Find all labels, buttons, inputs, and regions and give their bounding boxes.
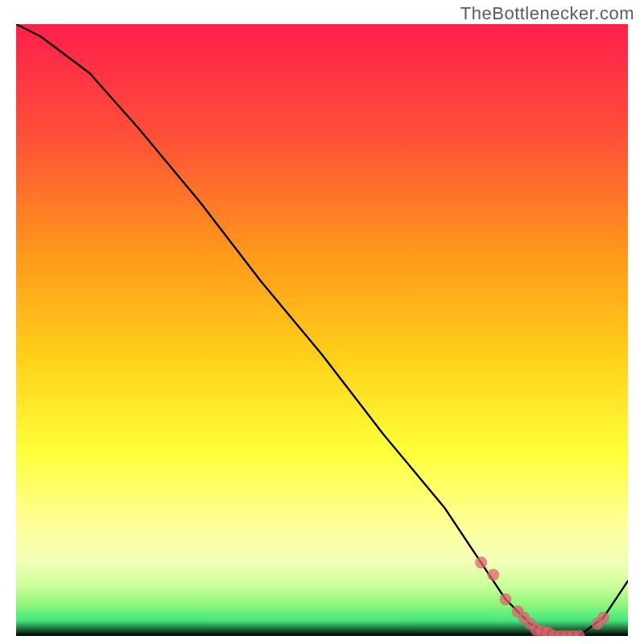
gradient-background	[16, 24, 628, 636]
plot-area	[16, 24, 628, 636]
highlight-marker	[500, 593, 512, 605]
watermark-text: TheBottlenecker.com	[460, 3, 634, 24]
chart-stage: TheBottlenecker.com	[0, 0, 644, 644]
highlight-marker	[487, 569, 499, 581]
highlight-marker	[475, 556, 487, 568]
highlight-marker	[597, 612, 609, 624]
chart-svg	[16, 24, 628, 636]
